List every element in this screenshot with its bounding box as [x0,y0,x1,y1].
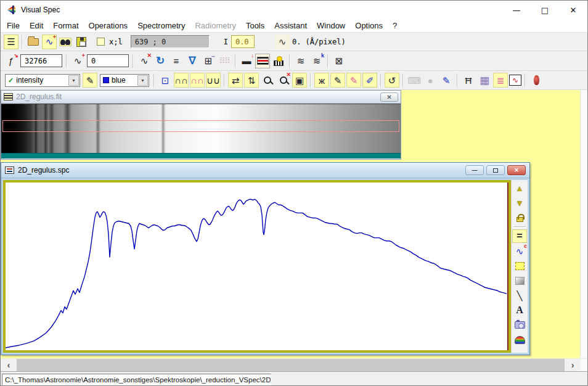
series-select[interactable]: ✓intensity▼ [5,74,80,87]
horizontal-scrollbar[interactable]: ‹ › [1,359,581,371]
extract-profile-icon[interactable]: ▬↓ [239,54,254,68]
menu-tools[interactable]: Tools [241,20,269,31]
open-profile-icon[interactable]: ∿+ [42,35,57,49]
continuum-icon-1[interactable]: ∩∩ [174,73,189,88]
annotate-lines-icon[interactable]: ≣ [493,73,508,88]
visual-spec-window: Visual Spec — □ ✕ FileEditFormatOperatio… [0,0,588,386]
arrow-down-icon[interactable]: ▼ [512,196,527,210]
line-tool-icon[interactable]: ╲ [512,289,527,302]
menu-?[interactable]: ? [388,20,402,31]
spc-window-title-bar[interactable]: 2D_regulus.spc — ✕ [1,163,529,178]
shift-curve-icon[interactable]: ⇄ [228,73,243,88]
draw-line-icon[interactable]: ✎ [330,73,345,88]
clip-function-icon[interactable]: ƒ↘ [4,54,18,68]
despike-icon[interactable]: ж [314,73,329,88]
continuum-icon-2[interactable]: ∩∩ [190,73,205,88]
maximize-button[interactable]: □ [531,1,559,19]
element-lines-icon[interactable]: Ħ [461,73,476,88]
preview-chart-icon[interactable]: ∿ [509,75,521,86]
zoom-reset-icon[interactable]: ✕ [276,73,291,88]
crop-window-icon[interactable]: ▣ [292,73,307,88]
ink-drop-icon: ● [423,73,438,88]
mark-line-icon[interactable]: ✎ [346,73,361,88]
dispersion-wave-icon[interactable]: ∿ [275,35,290,49]
selection-square-icon[interactable] [512,259,527,273]
menu-window[interactable]: Window [312,20,350,31]
menu-spectrometry[interactable]: Spectrometry [133,20,190,31]
dispersion-label: 0. (Å/pixel) [292,38,346,46]
zoom-in-icon[interactable] [260,73,275,88]
dropdown-arrow-icon[interactable]: ▼ [137,75,148,86]
crop-profile-icon[interactable]: ∿✕ [137,54,152,68]
menu-options[interactable]: Options [350,20,388,31]
window-profile-icon[interactable]: ⊡ [158,73,173,88]
color-select[interactable]: blue▼ [100,74,149,87]
spc-minimize-button[interactable]: — [465,165,484,175]
separator [66,54,67,68]
display-profile-icon[interactable]: ☰ [4,35,18,49]
menu-operations[interactable]: Operations [84,20,133,31]
menu-edit[interactable]: Edit [25,20,48,31]
undo-curve-icon[interactable]: ↺ [385,73,399,88]
blue-square-icon [103,77,109,83]
xy-coordinates-checkbox[interactable] [97,38,105,46]
display-strip-icon[interactable] [255,54,270,68]
scroll-right-button[interactable]: › [565,359,581,371]
reference-barcode-icon[interactable] [271,54,286,68]
scrollbar-track[interactable] [17,359,565,371]
dropdown-arrow-icon[interactable]: ▼ [68,75,79,86]
check-icon: ✓ [8,76,14,84]
menu-file[interactable]: File [2,20,25,31]
small-pencil-icon[interactable]: ✎ [439,73,454,88]
spc-close-button[interactable]: ✕ [507,165,526,175]
camera-icon[interactable] [512,318,527,332]
fit-image-window[interactable]: 2D_regulus.fit ✕ [1,90,401,160]
red-lens-icon[interactable] [529,73,544,88]
menu-assistant[interactable]: Assistant [269,20,312,31]
tilt-lines-icon[interactable]: ≡ [169,54,184,68]
sky-lines-remove-icon[interactable]: ≋k [309,54,324,68]
lock-icon[interactable] [512,211,527,224]
periodic-table-icon[interactable]: ▦ [477,73,492,88]
fit-window-title-bar[interactable]: 2D_regulus.fit ✕ [1,91,401,104]
table-columns-icon[interactable]: ⊞→ [201,54,216,68]
continuum-icon-3[interactable]: ∪∪ [206,73,221,88]
palette-icon[interactable] [512,333,527,347]
open-folder-icon[interactable] [26,35,41,49]
slant-nabla-icon[interactable]: ∇ [185,54,200,68]
gradient-square-icon[interactable] [512,274,527,287]
toolbar-row-3: ✓intensity▼✎blue▼⊡∩∩∩∩∪∪⇄⇅✕▣ж✎✎✐↺⌨●✎Ħ▦≣∿ [1,71,587,90]
equal-icon[interactable]: = [512,229,527,243]
title-bar[interactable]: Visual Spec — □ ✕ [1,1,587,19]
browse-binoculars-icon[interactable] [58,35,73,49]
close-button[interactable]: ✕ [559,1,587,19]
smooth-brush-icon[interactable]: ✐ [362,73,377,88]
magnifier-shape [264,76,271,84]
replot-icon[interactable]: ∿c [512,244,527,258]
save-icon[interactable] [74,35,89,49]
window-title: Visual Spec [21,6,60,14]
spc-restore-button[interactable] [486,165,505,175]
arrow-up-icon[interactable]: ▲ [512,181,527,195]
max-intensity-field[interactable]: 32766 [20,54,62,67]
sky-lines-icon[interactable]: ≋ [293,54,308,68]
offset-function-icon[interactable]: ∿+ [70,54,85,68]
menu-format[interactable]: Format [48,20,83,31]
spc-profile-window[interactable]: 2D_regulus.spc — ✕ [1,162,530,355]
fit-close-button[interactable]: ✕ [380,92,398,102]
minimize-button[interactable]: — [502,1,531,19]
binning-selection-box[interactable] [2,120,399,132]
scroll-left-button[interactable]: ‹ [1,359,17,371]
scale-curve-icon[interactable]: ⇅ [244,73,259,88]
spectrum-strip-image[interactable] [1,104,401,153]
menu-radiometry: Radiometry [190,20,240,31]
intensity-value-field[interactable]: 0.0 [231,35,255,48]
text-tool-icon[interactable]: A [512,303,527,317]
cursor-coordinates-field[interactable]: 639 ; 0 [131,35,210,48]
spectrum-plot-area[interactable] [6,183,508,350]
folder-shape [28,38,39,46]
divide-profiles-icon[interactable]: ⊠ [332,54,346,68]
color-pick-hand-icon[interactable]: ✎ [83,73,97,88]
offset-field[interactable]: 0 [87,54,129,67]
rotate-icon[interactable]: ↻ [153,54,168,68]
